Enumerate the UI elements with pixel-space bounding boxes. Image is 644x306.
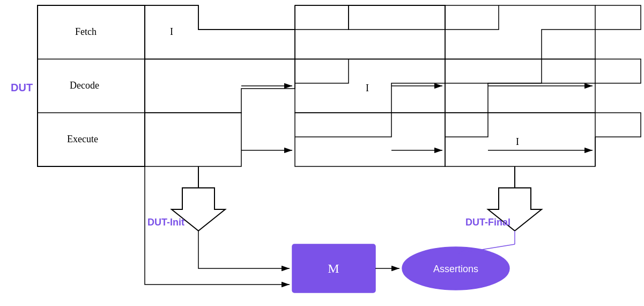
svg-rect-11	[295, 5, 445, 59]
execute-label: Execute	[67, 134, 98, 144]
dut-final-label: DUT-Final	[465, 217, 510, 228]
m-label: M	[328, 261, 339, 275]
svg-rect-16	[445, 5, 595, 59]
svg-rect-13	[295, 113, 445, 166]
svg-rect-18	[445, 113, 595, 166]
pipeline-diagram: Fetch Decode Execute DUT	[0, 0, 644, 306]
decode-label: Decode	[70, 80, 99, 91]
i-label-2: I	[516, 136, 519, 147]
diagram-svg: Fetch Decode Execute DUT	[0, 0, 644, 306]
fetch-label: Fetch	[75, 26, 97, 37]
assertions-label: Assertions	[433, 264, 478, 274]
dut-init-label: DUT-Init	[147, 217, 184, 228]
i-label-fetch-1: I	[170, 26, 173, 37]
i-label-1: I	[366, 83, 369, 93]
dut-label: DUT	[11, 82, 33, 93]
